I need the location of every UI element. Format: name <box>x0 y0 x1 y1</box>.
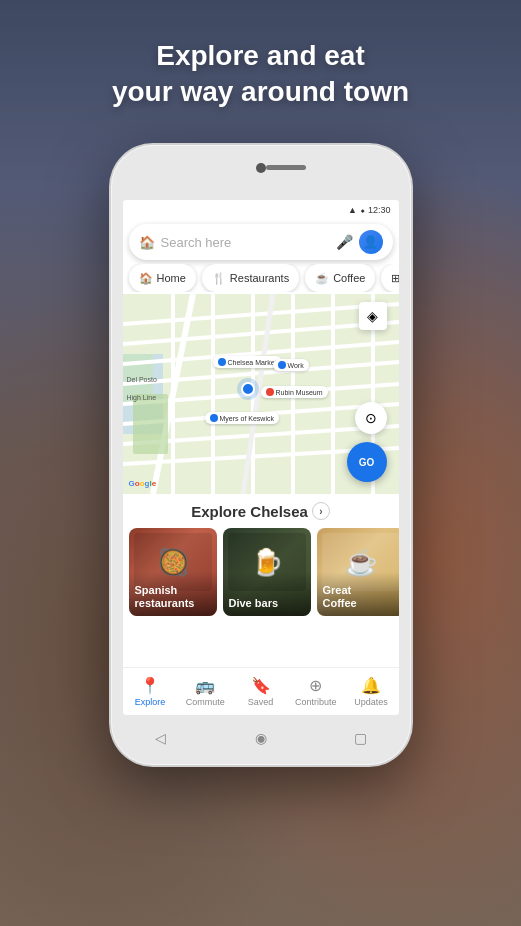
coffee-icon: ☕ <box>315 272 329 285</box>
layers-icon: ◈ <box>367 308 378 324</box>
card-label-dive-bars: Dive bars <box>229 597 307 610</box>
status-bar: ▲ ⬥ 12:30 <box>123 200 399 220</box>
poi-chelsea-market: Chelsea Market <box>213 356 282 368</box>
bottom-navigation: 📍 Explore 🚌 Commute 🔖 Saved ⊕ Contribute… <box>123 667 399 715</box>
explore-arrow[interactable]: › <box>312 502 330 520</box>
nav-commute[interactable]: 🚌 Commute <box>178 668 233 715</box>
explore-nav-label: Explore <box>135 697 166 707</box>
chip-restaurants-label: Restaurants <box>230 272 289 284</box>
back-button[interactable]: ◁ <box>150 727 172 749</box>
location-icon: ⊙ <box>365 410 377 426</box>
status-time: 12:30 <box>368 205 391 215</box>
chip-coffee[interactable]: ☕ Coffee <box>305 264 375 292</box>
poi-myers: Myers of Keswick <box>205 412 279 424</box>
signal-icon: ▲ <box>348 205 357 215</box>
recents-button[interactable]: ▢ <box>350 727 372 749</box>
card-label-spanish: Spanishrestaurants <box>135 584 213 610</box>
phone-screen: ▲ ⬥ 12:30 🏠 Search here 🎤 👤 🏠 Home <box>123 200 399 715</box>
phone-body: ▲ ⬥ 12:30 🏠 Search here 🎤 👤 🏠 Home <box>111 145 411 765</box>
updates-nav-label: Updates <box>354 697 388 707</box>
chip-restaurants[interactable]: 🍴 Restaurants <box>202 264 299 292</box>
card-dive-bars[interactable]: 🍺 Dive bars <box>223 528 311 616</box>
home-button[interactable]: ◉ <box>250 727 272 749</box>
camera-dot <box>256 163 266 173</box>
go-label: GO <box>359 457 375 468</box>
speaker-grille <box>266 165 306 170</box>
user-avatar[interactable]: 👤 <box>359 230 383 254</box>
phone-frame: ▲ ⬥ 12:30 🏠 Search here 🎤 👤 🏠 Home <box>111 145 411 765</box>
card-label-coffee: GreatCoffee <box>323 584 399 610</box>
map-area[interactable]: Chelsea Market Work Rubin Museum Myers o… <box>123 294 399 494</box>
status-icons: ▲ ⬥ 12:30 <box>348 205 390 215</box>
nav-updates[interactable]: 🔔 Updates <box>343 668 398 715</box>
grid-icon: ⊞ <box>391 272 398 285</box>
fork-icon: 🍴 <box>212 272 226 285</box>
headline-line1: Explore and eat <box>0 38 521 74</box>
updates-icon: 🔔 <box>361 676 381 695</box>
wifi-icon: ⬥ <box>360 205 365 215</box>
nav-saved[interactable]: 🔖 Saved <box>233 668 288 715</box>
poi-work: Work <box>273 359 309 371</box>
map-layers-button[interactable]: ◈ <box>359 302 387 330</box>
google-logo: Google <box>129 479 157 488</box>
category-chips: 🏠 Home 🍴 Restaurants ☕ Coffee ⊞ <box>123 264 399 292</box>
explore-header: Explore Chelsea › <box>123 502 399 520</box>
search-placeholder: Search here <box>161 235 330 250</box>
card-spanish-restaurants[interactable]: 🥘 Spanishrestaurants <box>129 528 217 616</box>
chip-home-label: Home <box>157 272 186 284</box>
contribute-icon: ⊕ <box>309 676 322 695</box>
label-high-line: High Line <box>127 394 157 401</box>
phone-nav-bar: ◁ ◉ ▢ <box>111 727 411 749</box>
nav-explore[interactable]: 📍 Explore <box>123 668 178 715</box>
headline-line2: your way around town <box>0 74 521 110</box>
avatar-icon: 👤 <box>363 235 378 249</box>
commute-nav-label: Commute <box>186 697 225 707</box>
map-location-button[interactable]: ⊙ <box>355 402 387 434</box>
search-bar[interactable]: 🏠 Search here 🎤 👤 <box>129 224 393 260</box>
user-location-marker <box>241 382 255 396</box>
saved-nav-label: Saved <box>248 697 274 707</box>
chip-coffee-label: Coffee <box>333 272 365 284</box>
saved-icon: 🔖 <box>251 676 271 695</box>
home-icon: 🏠 <box>139 272 153 285</box>
place-cards-row: 🥘 Spanishrestaurants 🍺 Dive bars ☕ <box>123 528 399 616</box>
chip-more[interactable]: ⊞ <box>381 264 398 292</box>
commute-icon: 🚌 <box>195 676 215 695</box>
explore-section: Explore Chelsea › 🥘 Spanishrestaurants 🍺 <box>123 494 399 620</box>
headline: Explore and eat your way around town <box>0 38 521 111</box>
map-go-button[interactable]: GO <box>347 442 387 482</box>
mic-icon[interactable]: 🎤 <box>336 234 353 250</box>
explore-icon: 📍 <box>140 676 160 695</box>
svg-rect-19 <box>133 394 168 454</box>
contribute-nav-label: Contribute <box>295 697 337 707</box>
explore-title: Explore Chelsea <box>191 503 308 520</box>
home-search-icon: 🏠 <box>139 235 155 250</box>
card-great-coffee[interactable]: ☕ GreatCoffee <box>317 528 399 616</box>
chip-home[interactable]: 🏠 Home <box>129 264 196 292</box>
label-del-posto: Del Posto <box>127 376 157 383</box>
poi-rubin-museum: Rubin Museum <box>261 386 328 398</box>
nav-contribute[interactable]: ⊕ Contribute <box>288 668 343 715</box>
